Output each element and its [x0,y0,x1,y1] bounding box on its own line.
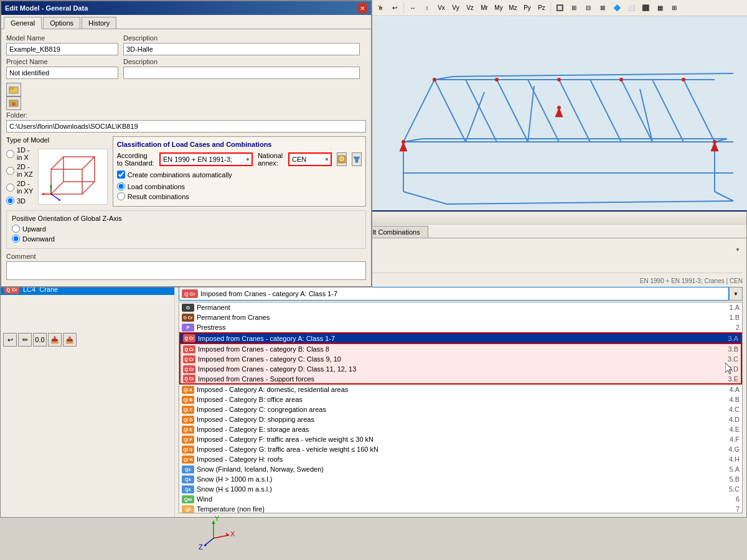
type-of-model-title: Type of Model [6,136,108,144]
dialog-close-button[interactable]: ✕ [357,3,367,13]
cat-item-cr-c[interactable]: Q Cr Imposed from Cranes - category C: C… [179,354,742,364]
cat-item-qi-g[interactable]: Qi G Imposed - Category G: traffic area … [179,444,742,454]
toolbar-btn-12[interactable]: Pz [535,1,548,15]
toolbar-btn-6[interactable]: Vy [449,1,463,15]
toolbar-btn-8[interactable]: Mr [477,1,491,15]
national-select[interactable]: CEN [288,152,332,166]
model-description-input[interactable] [123,43,360,55]
national-settings-button[interactable]: ⚙ [337,152,347,166]
browse-button-2[interactable] [6,96,21,110]
cat-name-snow-a: Snow (Finland, Iceland, Norway, Sweden) [197,465,324,473]
cat-num-qi-h: 4.H [729,455,740,463]
category-selected-display[interactable]: Q Cr Imposed from Cranes - category A: C… [179,287,729,301]
category-dropdown-btn[interactable]: ▼ [729,287,743,301]
model-name-input[interactable] [6,43,118,55]
export-button[interactable]: 📤 [63,333,77,347]
cat-item-cr-d[interactable]: Q Cr Imposed from Cranes - category D: C… [179,364,742,374]
dialog-titlebar: Edit Model - General Data ✕ [1,1,371,15]
toolbar-btn-17[interactable]: 🔷 [610,1,624,15]
cat-item-perm-cranes[interactable]: G Cr Permanent from Cranes 1.B [179,312,742,322]
cat-item-snow-c[interactable]: Qs Snow (H ≤ 1000 m a.s.l.) 5.C [179,484,742,494]
cat-item-cr-b[interactable]: Q Cr Imposed from Cranes - category B: C… [179,344,742,354]
project-name-input[interactable] [6,67,118,79]
cat-name-prestress: Prestress [197,324,225,331]
cat-num-prestress: 2 [736,324,740,331]
category-selected-badge: Q Cr [182,289,198,298]
radio-1d-x[interactable]: 1D - in X [6,146,34,161]
classification-section: Classification of Load Cases and Combina… [113,136,366,207]
browse-button-1[interactable] [6,83,21,96]
radio-3d[interactable]: 3D [6,197,34,205]
national-filter-button[interactable] [352,152,362,166]
svg-line-6 [51,157,63,169]
toolbar-btn-14[interactable]: ⊞ [567,1,581,15]
radio-upward[interactable]: Upward [12,225,360,233]
cat-item-cr-a[interactable]: Q Cr Imposed from Cranes - category A: C… [179,332,742,344]
cat-item-qi-h[interactable]: Qi H Imposed - Category H: roofs 4.H [179,454,742,464]
create-auto-checkbox[interactable] [117,170,125,179]
toolbar-btn-16[interactable]: ⊠ [596,1,609,15]
radio-downward[interactable]: Downward [12,235,360,243]
tab-options[interactable]: Options [43,17,80,29]
project-description-input[interactable] [123,67,360,79]
orientation-section: Positive Orientation of Global Z-Axis Up… [6,210,366,249]
structure-svg [372,17,747,212]
toolbar-btn-4[interactable]: ↕ [420,1,434,15]
toolbar-btn-20[interactable]: ▦ [653,1,667,15]
cat-badge-prestress: P [182,324,194,332]
cat-item-qi-e[interactable]: Qi E Imposed - Category E: storage areas… [179,424,742,434]
cat-num-perm-cranes: 1.B [729,314,740,321]
cat-item-qi-c[interactable]: Qi C Imposed - Category C: congregation … [179,404,742,414]
edit-model-dialog: Edit Model - General Data ✕ General Opti… [0,0,372,287]
cat-badge-qi-a: Qi A [182,386,194,394]
comment-textarea[interactable] [6,261,366,280]
zero-button[interactable]: 0.0 [33,333,47,347]
import-button[interactable]: 📥 [48,333,62,347]
cat-item-cr-e[interactable]: Q Cr Imposed from Cranes - Support force… [179,374,742,385]
standard-select[interactable]: EN 1990 + EN 1991-3; [159,152,253,166]
toolbar-btn-15[interactable]: ⊟ [581,1,595,15]
folder-path-input[interactable] [6,120,366,133]
cat-item-wind[interactable]: Qw Wind 6 [179,494,742,504]
cat-item-snow-b[interactable]: Qs Snow (H > 1000 m a.s.l.) 5.B [179,474,742,484]
toolbar-btn-10[interactable]: Mz [506,1,520,15]
toolbar-btn-5[interactable]: Vx [435,1,448,15]
toolbar-btn-3[interactable]: ↔ [406,1,420,15]
toolbar-btn-19[interactable]: ⬛ [639,1,652,15]
radio-result-combinations[interactable]: Result combinations [117,192,362,200]
project-name-label: Project Name [6,58,118,65]
toolbar-btn-21[interactable]: ⊞ [667,1,681,15]
cat-num-cr-c: 3.C [728,355,738,363]
standard-label: According to Standard: [117,152,154,167]
toolbar-btn-1[interactable]: 🖱 [374,1,387,15]
cat-item-qi-b[interactable]: Qi B Imposed - Category B: office areas … [179,394,742,404]
cat-item-qi-a[interactable]: Qi A Imposed - Category A: domestic, res… [179,385,742,394]
bottom-toolbar: ↩ ✏ 0.0 📥 📤 [1,331,263,348]
cat-item-qi-d[interactable]: Qi D Imposed - Category D: shopping area… [179,414,742,424]
toolbar-btn-13[interactable]: 🔲 [553,1,566,15]
cat-num-wind: 6 [736,495,740,503]
toolbar-btn-9[interactable]: My [492,1,505,15]
axis-indicator: X Y Z [192,510,235,555]
cat-item-snow-a[interactable]: Qs Snow (Finland, Iceland, Norway, Swede… [179,464,742,474]
tab-general[interactable]: General [4,17,42,29]
toolbar-btn-2[interactable]: ↩ [388,1,402,15]
cat-item-prestress[interactable]: P Prestress 2 [179,322,742,332]
cat-item-qi-f[interactable]: Qi F Imposed - Category F: traffic area … [179,434,742,444]
toolbar-btn-11[interactable]: Py [520,1,534,15]
cat-badge-snow-a: Qs [182,465,194,474]
cat-item-temp[interactable]: Qt Temperature (non fire) 7 [179,504,742,513]
svg-rect-1 [9,87,13,89]
radio-load-combinations[interactable]: Load combinations [117,182,362,190]
tab-history[interactable]: History [82,17,116,29]
radio-2d-xy[interactable]: 2D - in XY [6,180,34,195]
dialog-tabs: General Options History [1,15,371,29]
toolbar-btn-18[interactable]: ⬜ [624,1,638,15]
cat-item-permanent[interactable]: G Permanent 1.A [179,302,742,312]
toolbar-btn-7[interactable]: Vz [463,1,477,15]
edit-button[interactable]: ✏ [18,333,32,347]
cat-badge-qi-f: Qi F [182,436,194,444]
undo-button[interactable]: ↩ [3,333,17,347]
cat-badge-wind: Qw [182,495,194,503]
radio-2d-xz[interactable]: 2D - in XZ [6,163,34,178]
